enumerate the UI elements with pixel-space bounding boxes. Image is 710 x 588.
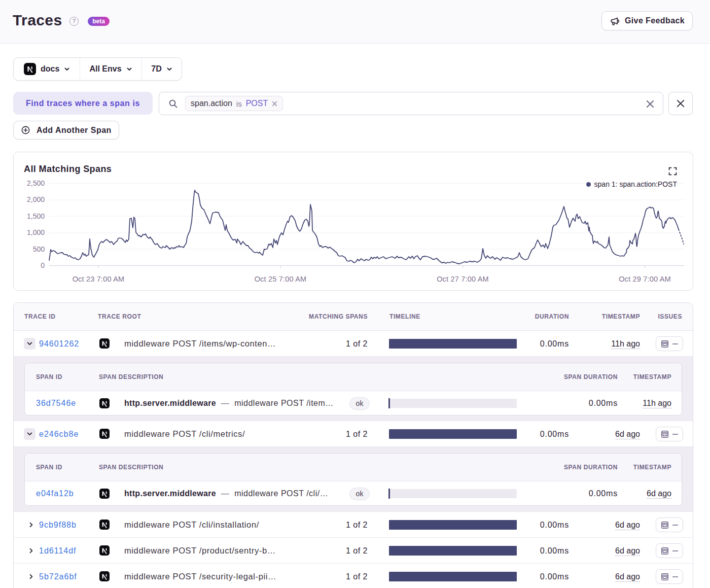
svg-text:0: 0 [41,261,45,269]
svg-text:2,500: 2,500 [27,179,45,187]
svg-text:1,000: 1,000 [27,228,45,236]
svg-text:Oct 25 7:00 AM: Oct 25 7:00 AM [255,275,307,283]
svg-text:Oct 27 7:00 AM: Oct 27 7:00 AM [437,275,489,283]
svg-text:1,500: 1,500 [27,212,45,220]
svg-text:2,000: 2,000 [27,195,45,203]
svg-text:500: 500 [33,245,45,253]
svg-text:Oct 29 7:00 AM: Oct 29 7:00 AM [619,275,671,283]
svg-text:Oct 23 7:00 AM: Oct 23 7:00 AM [73,275,125,283]
